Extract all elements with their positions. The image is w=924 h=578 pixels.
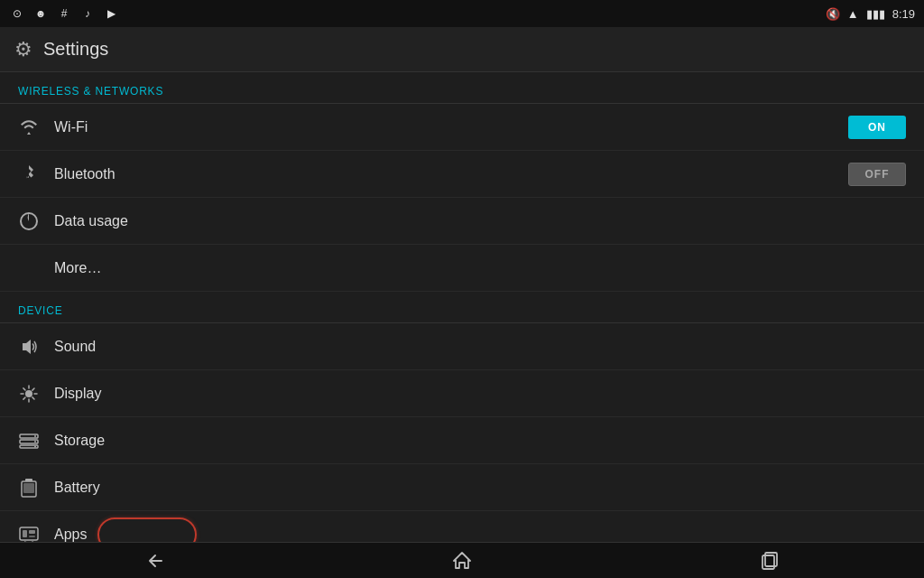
sound-item-left: Sound [18, 336, 96, 358]
more-item-left: More… [54, 260, 101, 276]
bluetooth-item-left: Bluetooth [18, 163, 116, 185]
section-header-wireless: WIRELESS & NETWORKS [0, 72, 924, 103]
title-bar: ⚙ Settings [0, 27, 924, 72]
settings-item-sound[interactable]: Sound [0, 323, 924, 370]
svg-rect-13 [23, 530, 27, 537]
battery-item-left: Battery [18, 477, 100, 499]
apps-icon [18, 524, 40, 543]
app-icon-5: ▶ [103, 5, 119, 22]
settings-item-apps[interactable]: Apps [0, 511, 924, 542]
apps-label: Apps [54, 527, 87, 543]
app-icon-3: # [56, 5, 72, 22]
settings-list: WIRELESS & NETWORKS Wi-Fi ON Bluetooth [0, 72, 924, 542]
bluetooth-toggle[interactable]: OFF [848, 163, 906, 186]
clock: 8:19 [892, 7, 915, 21]
svg-point-8 [34, 445, 36, 447]
svg-rect-15 [29, 536, 35, 537]
battery-label: Battery [54, 480, 100, 496]
apps-item-left: Apps [18, 524, 87, 543]
page-title: Settings [43, 39, 108, 60]
display-item-left: Display [18, 383, 101, 405]
more-label: More… [54, 260, 101, 276]
settings-item-storage[interactable]: Storage [0, 417, 924, 464]
svg-point-6 [34, 435, 36, 437]
back-button[interactable] [127, 546, 181, 575]
settings-gear-icon: ⚙ [14, 38, 32, 61]
app-icon-1: ⊙ [9, 5, 25, 22]
battery-status-icon: ▮▮▮ [866, 7, 885, 21]
settings-item-wifi[interactable]: Wi-Fi ON [0, 104, 924, 151]
settings-item-more[interactable]: More… [0, 245, 924, 292]
data-usage-item-left: Data usage [18, 210, 128, 232]
status-bar-right: 🔇 ▲ ▮▮▮ 8:19 [826, 7, 915, 21]
settings-item-data-usage[interactable]: Data usage [0, 198, 924, 245]
nav-bar [0, 542, 924, 578]
battery-icon [18, 477, 40, 499]
sound-icon [18, 336, 40, 358]
svg-rect-11 [23, 483, 34, 493]
section-header-device: DEVICE [0, 292, 924, 322]
display-label: Display [54, 386, 101, 402]
storage-icon [18, 430, 40, 452]
bluetooth-icon [18, 163, 40, 185]
storage-label: Storage [54, 433, 105, 449]
settings-item-battery[interactable]: Battery [0, 464, 924, 511]
wifi-label: Wi-Fi [54, 119, 88, 135]
data-usage-label: Data usage [54, 213, 128, 229]
app-icon-4: ♪ [79, 5, 96, 22]
svg-point-7 [34, 441, 36, 443]
wifi-icon [18, 117, 40, 138]
sound-label: Sound [54, 339, 96, 355]
svg-rect-14 [29, 530, 35, 534]
settings-item-display[interactable]: Display [0, 370, 924, 417]
wifi-item-left: Wi-Fi [18, 117, 88, 138]
app-icon-2: ☻ [32, 5, 49, 22]
mute-icon: 🔇 [826, 7, 840, 21]
home-button[interactable] [435, 546, 489, 575]
recents-button[interactable] [743, 546, 797, 575]
svg-point-2 [25, 390, 32, 397]
svg-marker-1 [23, 340, 31, 354]
status-bar-left: ⊙ ☻ # ♪ ▶ [9, 5, 119, 22]
wifi-status-icon: ▲ [847, 7, 859, 21]
display-icon [18, 383, 40, 405]
svg-rect-10 [25, 479, 32, 481]
wifi-toggle[interactable]: ON [848, 116, 906, 139]
storage-item-left: Storage [18, 430, 105, 452]
data-usage-icon [18, 210, 40, 232]
settings-item-bluetooth[interactable]: Bluetooth OFF [0, 151, 924, 198]
bluetooth-label: Bluetooth [54, 166, 116, 182]
apps-highlight-circle [97, 517, 197, 543]
status-bar: ⊙ ☻ # ♪ ▶ 🔇 ▲ ▮▮▮ 8:19 [0, 0, 924, 27]
